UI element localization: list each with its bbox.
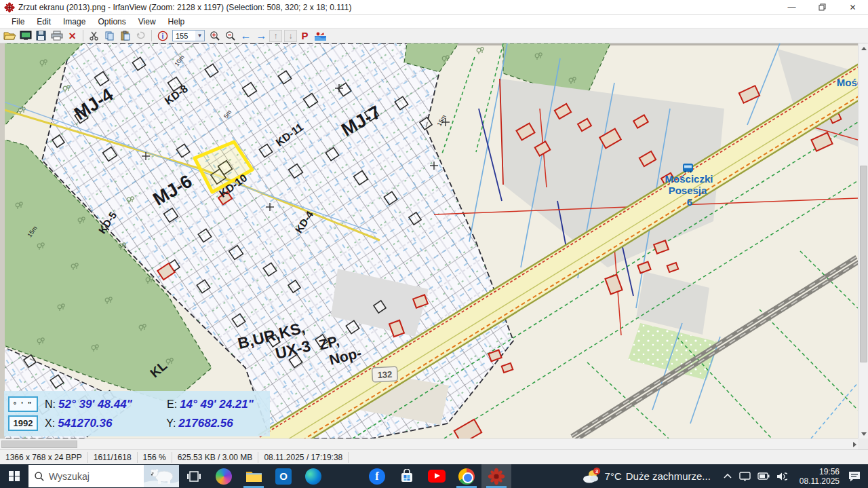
undo-icon	[136, 31, 146, 40]
menu-bar: File Edit Image Options View Help	[0, 15, 868, 28]
vertical-scrollbar[interactable]	[858, 43, 868, 438]
menu-file[interactable]: File	[5, 16, 31, 28]
y-value: 217682.56	[178, 417, 233, 430]
east-value: 14° 49' 24.21"	[180, 398, 254, 411]
zoom-out-button[interactable]	[222, 29, 238, 43]
title-bar: Zrzut ekranu (2013).png - IrfanView (Zoo…	[0, 0, 868, 15]
scissors-icon	[89, 31, 99, 41]
notification-center-button[interactable]	[845, 470, 868, 483]
weather-desc: Duże zachmurze...	[626, 470, 711, 482]
irfanview-app-icon	[4, 2, 15, 13]
map-image[interactable]: 132 MJ-4KD-8KD-11MJ-7MJ-6KD-10KD-5KD-4B,…	[0, 43, 858, 438]
north-value: 52° 39' 48.44"	[58, 398, 160, 411]
file-explorer-icon	[245, 470, 262, 483]
start-button[interactable]	[0, 464, 28, 488]
x-value: 541270.36	[58, 417, 159, 430]
irfanview-icon	[488, 468, 505, 485]
last-image-button[interactable]: ↓	[284, 30, 297, 42]
map-label: 6	[687, 196, 692, 208]
open-button[interactable]	[2, 29, 18, 43]
restore-button[interactable]	[807, 0, 837, 14]
arrow-up-icon: ↑	[274, 32, 278, 40]
clock-time: 19:56	[800, 467, 840, 476]
paste-clipboard-icon	[120, 31, 130, 41]
chevron-down-icon: ▼	[195, 31, 204, 41]
status-filesize: 625.53 KB / 3.00 MB	[172, 452, 259, 463]
taskbar-gap	[328, 464, 362, 488]
status-datetime: 08.11.2025 / 17:19:38	[258, 452, 349, 463]
clock[interactable]: 19:56 08.11.2025	[794, 467, 845, 486]
irfanview-taskbar-button[interactable]	[481, 464, 511, 488]
wireless-display-icon[interactable]	[739, 472, 751, 481]
scroll-right-arrow[interactable]	[853, 442, 856, 447]
menu-image[interactable]: Image	[57, 16, 92, 28]
undo-button[interactable]	[133, 29, 149, 43]
chrome-icon	[458, 468, 475, 485]
task-view-button[interactable]	[179, 464, 209, 488]
minimize-button[interactable]: —	[776, 0, 807, 14]
map-label: Mości	[837, 77, 858, 88]
wallpaper-button[interactable]	[313, 29, 328, 43]
tray-chevron-up-icon[interactable]	[723, 472, 732, 481]
edge-button[interactable]	[298, 464, 328, 488]
scroll-up-arrow[interactable]	[859, 43, 868, 53]
info-button[interactable]: i	[155, 29, 170, 43]
file-explorer-button[interactable]	[239, 464, 269, 488]
copy-button[interactable]	[102, 29, 117, 43]
youtube-icon	[428, 470, 446, 483]
scrollbar-corner	[858, 438, 868, 449]
battery-icon[interactable]	[757, 472, 770, 480]
zoom-in-button[interactable]	[207, 29, 222, 43]
paste-button[interactable]	[117, 29, 133, 43]
search-icon	[34, 471, 45, 482]
weather-icon: 3	[582, 467, 601, 486]
save-button[interactable]	[33, 29, 49, 43]
first-image-button[interactable]: ↑	[269, 30, 282, 42]
facebook-icon: f	[369, 468, 385, 485]
y-label: Y:	[166, 417, 176, 430]
status-zoom: 156 %	[138, 452, 172, 463]
task-view-icon	[186, 470, 201, 483]
vertical-scroll-thumb[interactable]	[860, 166, 867, 362]
horizontal-scroll-thumb[interactable]	[1, 440, 77, 448]
status-dimensions: 1366 x 768 x 24 BPP	[0, 452, 88, 463]
east-label: E:	[167, 398, 177, 411]
cut-button[interactable]	[86, 29, 102, 43]
print-button[interactable]	[49, 29, 64, 43]
horizontal-scrollbar[interactable]	[0, 438, 858, 449]
menu-options[interactable]: Options	[92, 16, 132, 28]
store-button[interactable]	[392, 464, 422, 488]
status-file-index: 1611/1618	[88, 452, 138, 463]
info-icon: i	[157, 31, 168, 41]
crs-box: 1992	[8, 415, 38, 431]
open-folder-icon	[3, 31, 16, 41]
speaker-icon[interactable]	[776, 472, 787, 481]
zoom-combobox[interactable]: 155 ▼	[172, 30, 205, 41]
menu-view[interactable]: View	[132, 16, 162, 28]
slideshow-button[interactable]	[18, 29, 33, 43]
polar-bear-image	[144, 465, 179, 487]
weather-widget[interactable]: 3 7°C Duże zachmurze...	[576, 467, 716, 486]
toolbar-separator	[151, 30, 152, 41]
chrome-button[interactable]	[452, 464, 481, 488]
zoom-out-icon	[225, 31, 236, 41]
batch-button[interactable]: P	[297, 29, 313, 43]
delete-button[interactable]: ✕	[64, 29, 80, 43]
facebook-button[interactable]: f	[362, 464, 392, 488]
window-title: Zrzut ekranu (2013).png - IrfanView (Zoo…	[18, 3, 776, 12]
copy-icon	[104, 31, 115, 41]
scroll-down-arrow[interactable]	[859, 429, 868, 438]
next-image-button[interactable]: →	[254, 29, 269, 43]
scan-edge	[0, 43, 5, 438]
previous-image-button[interactable]: ←	[238, 29, 254, 43]
weather-temp: 7°C	[605, 470, 622, 482]
menu-edit[interactable]: Edit	[31, 16, 57, 28]
close-button[interactable]: ✕	[837, 0, 868, 14]
windows-logo-icon	[9, 471, 20, 482]
outlook-button[interactable]: O	[269, 464, 298, 488]
search-box[interactable]: Wyszukaj	[28, 465, 179, 487]
youtube-button[interactable]	[422, 464, 452, 488]
menu-help[interactable]: Help	[162, 16, 191, 28]
outlook-icon: O	[275, 468, 292, 485]
copilot-button[interactable]	[209, 464, 239, 488]
